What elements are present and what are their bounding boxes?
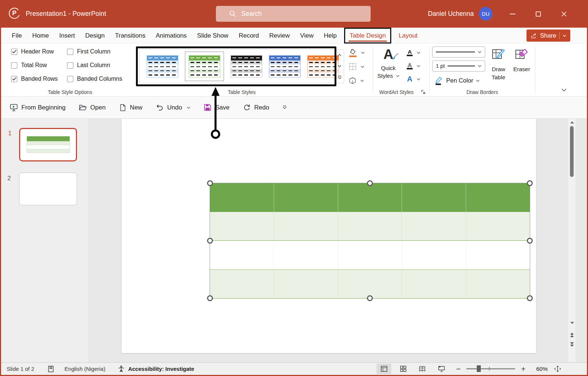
tab-review[interactable]: Review [264, 28, 295, 43]
table-cell[interactable] [466, 241, 530, 269]
qat-overflow-button[interactable] [282, 105, 287, 109]
pen-color-button[interactable]: Pen Color [434, 76, 480, 85]
zoom-in-button[interactable]: + [521, 365, 525, 373]
close-button[interactable] [556, 0, 573, 28]
table-cell[interactable] [402, 241, 466, 269]
text-outline-button[interactable]: A [405, 60, 420, 72]
table-cell[interactable] [402, 270, 466, 299]
tab-insert[interactable]: Insert [54, 28, 80, 43]
view-slide-sorter-button[interactable] [396, 363, 410, 374]
toolbar-item-open[interactable]: Open [78, 103, 106, 112]
text-fill-button[interactable]: A [405, 46, 420, 59]
wordart-dialog-launcher[interactable] [421, 90, 426, 95]
scroll-up-button[interactable] [568, 119, 576, 125]
table-cell[interactable] [466, 183, 530, 212]
scroll-down-button[interactable] [568, 320, 576, 326]
draw-table-button[interactable]: Draw Table [489, 47, 508, 81]
table-cell[interactable] [210, 270, 274, 299]
table-cell[interactable] [210, 241, 274, 269]
table-style-blue[interactable] [269, 55, 301, 77]
zoom-level[interactable]: 60% [532, 366, 548, 372]
toolbar-item-redo[interactable]: Redo [242, 103, 269, 112]
table-cell[interactable] [274, 270, 338, 299]
table-cell[interactable] [338, 270, 402, 299]
gallery-scroll-up-button[interactable] [335, 50, 344, 60]
selection-handle-ml[interactable] [207, 238, 213, 244]
tab-transitions[interactable]: Transitions [110, 28, 151, 43]
selection-handle-tc[interactable] [367, 180, 373, 186]
selection-handle-bc[interactable] [367, 295, 373, 301]
table-cell[interactable] [466, 270, 530, 299]
selection-handle-bl[interactable] [207, 295, 213, 301]
table-cell[interactable] [274, 212, 338, 241]
avatar[interactable]: DU [479, 7, 493, 21]
checkbox-last-column[interactable]: Last Column [67, 62, 122, 69]
tab-home[interactable]: Home [27, 28, 54, 43]
checkbox-first-column[interactable]: First Column [67, 48, 122, 55]
gallery-more-button[interactable] [335, 72, 344, 83]
table-style-selected-frame[interactable] [185, 52, 224, 81]
zoom-slider-thumb[interactable] [477, 365, 481, 372]
quick-styles-button[interactable]: A Quick Styles [377, 47, 400, 80]
user-name[interactable]: Daniel Uchenna [428, 0, 474, 28]
toolbar-item-from-beginning[interactable]: From Beginning [10, 103, 66, 112]
tab-view[interactable]: View [295, 28, 319, 43]
text-effects-button[interactable]: A [405, 73, 420, 85]
slide-thumbnail-1[interactable] [19, 128, 77, 161]
checkbox-banded-columns[interactable]: Banded Columns [67, 76, 122, 82]
previous-slide-button[interactable] [568, 332, 576, 338]
shading-button[interactable] [348, 47, 365, 58]
toolbar-item-save[interactable]: Save [203, 103, 230, 112]
toolbar-item-new[interactable]: New [119, 104, 143, 112]
table-cell[interactable] [402, 183, 466, 212]
view-reading-button[interactable] [415, 363, 430, 374]
view-slideshow-button[interactable] [434, 363, 449, 374]
zoom-out-button[interactable]: − [456, 365, 461, 373]
selection-handle-mr[interactable] [527, 238, 533, 244]
table-cell[interactable] [274, 183, 338, 212]
table-style-black[interactable] [231, 55, 262, 77]
spellcheck-button[interactable] [47, 365, 55, 373]
table-style-light-green[interactable] [189, 55, 220, 77]
accessibility-status[interactable]: Accessibility: Investigate [128, 366, 194, 372]
effects-button[interactable] [348, 75, 365, 86]
view-normal-button[interactable] [377, 363, 391, 374]
tab-animations[interactable]: Animations [151, 28, 192, 43]
next-slide-button[interactable] [568, 341, 576, 347]
table-cell[interactable] [274, 241, 338, 269]
eraser-button[interactable]: Eraser [512, 47, 531, 73]
selection-handle-br[interactable] [527, 295, 533, 301]
tab-layout[interactable]: Layout [393, 28, 423, 43]
tab-record[interactable]: Record [234, 28, 264, 43]
pen-style-dropdown[interactable] [432, 46, 485, 58]
gallery-scroll-down-button[interactable] [335, 60, 344, 72]
powerpoint-logo-icon[interactable]: P [9, 8, 20, 19]
maximize-button[interactable] [530, 0, 547, 28]
table-cell[interactable] [338, 183, 402, 212]
share-button[interactable]: Share [526, 29, 570, 42]
tab-design[interactable]: Design [80, 28, 110, 43]
table-style-light-blue[interactable] [147, 55, 178, 77]
pen-weight-dropdown[interactable]: 1 pt [432, 60, 485, 72]
tab-table-design[interactable]: Table Design [344, 28, 391, 43]
scroll-thumb[interactable] [570, 126, 574, 177]
ribbon-collapse-button[interactable] [559, 86, 569, 94]
selection-handle-tl[interactable] [207, 180, 213, 186]
table-cell[interactable] [402, 212, 466, 241]
checkbox-total-row[interactable]: Total Row [11, 62, 67, 69]
slide-thumbnail-2[interactable] [19, 173, 77, 205]
checkbox-header-row[interactable]: Header Row [11, 48, 67, 55]
language-indicator[interactable]: English (Nigeria) [64, 366, 105, 372]
table-cell[interactable] [466, 212, 530, 241]
table-cell[interactable] [210, 183, 274, 212]
toolbar-item-undo[interactable]: Undo [155, 103, 191, 112]
tab-help[interactable]: Help [319, 28, 342, 43]
borders-button[interactable] [348, 61, 365, 72]
table-cell[interactable] [338, 212, 402, 241]
tab-slide-show[interactable]: Slide Show [192, 28, 234, 43]
minimize-button[interactable] [504, 0, 521, 28]
checkbox-banded-rows[interactable]: Banded Rows [11, 76, 67, 82]
zoom-slider[interactable] [466, 368, 515, 369]
selection-handle-tr[interactable] [527, 180, 533, 186]
search-input[interactable]: Search [216, 6, 371, 22]
